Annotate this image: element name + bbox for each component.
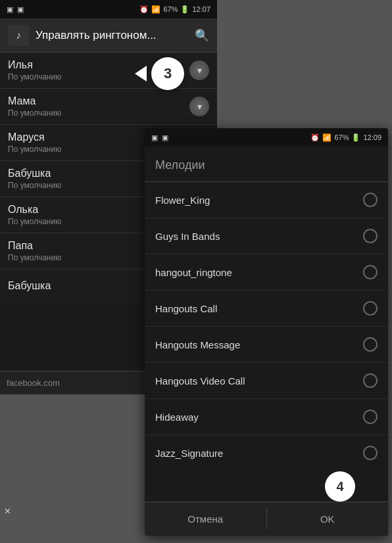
callout-4: 4 xyxy=(325,471,355,502)
notification-icon-front: ▣ xyxy=(151,133,158,142)
melody-list: Flower_King Guys In Bands hangout_ringto… xyxy=(145,182,388,471)
contact-sub: По умолчанию xyxy=(8,108,61,118)
contact-item-ilya[interactable]: Илья По умолчанию ▾ xyxy=(0,53,217,89)
front-status-left: ▣ ▣ xyxy=(151,133,168,142)
radio-button[interactable] xyxy=(363,301,378,316)
melody-item-hangouts-message[interactable]: Hangouts Message xyxy=(145,327,388,363)
front-clock: 12:09 xyxy=(363,133,381,141)
melody-item-hangouts-video-call[interactable]: Hangouts Video Call xyxy=(145,363,388,399)
contact-item-mama[interactable]: Мама По умолчанию ▾ xyxy=(0,89,217,125)
melody-item-label: Hangouts Video Call xyxy=(155,375,245,387)
melody-item-label: Jazz_Signature xyxy=(155,448,223,459)
dropdown-icon[interactable]: ▾ xyxy=(189,60,209,80)
contact-sub: По умолчанию xyxy=(8,253,61,262)
clock: 12:07 xyxy=(192,5,210,13)
battery-icon: 🔋 xyxy=(180,5,189,14)
radio-button[interactable] xyxy=(363,193,378,207)
sim-icon-front: ▣ xyxy=(162,133,168,142)
back-header-title: Управлять рингтоном... xyxy=(36,29,195,42)
dropdown-icon[interactable]: ▾ xyxy=(189,97,209,116)
front-screen: ▣ ▣ ⏰ 📶 67% 🔋 12:09 Мелодии Flower_King … xyxy=(145,128,388,536)
callout-3-arrow xyxy=(135,66,147,82)
status-right-info: ⏰ 📶 67% 🔋 12:07 xyxy=(139,5,210,14)
front-alarm-icon: ⏰ xyxy=(310,133,320,142)
music-icon: ♪ xyxy=(8,25,29,46)
front-footer: Отмена OK xyxy=(145,502,388,536)
radio-button[interactable] xyxy=(363,410,378,424)
melody-item-hangouts-call[interactable]: Hangouts Call xyxy=(145,291,388,327)
contact-name: Бабушка xyxy=(8,168,61,179)
front-status-right: ⏰ 📶 67% 🔋 12:09 xyxy=(310,133,381,142)
contact-sub: По умолчанию xyxy=(8,217,61,226)
callout-4-wrapper: 4 xyxy=(325,471,355,502)
radio-button[interactable] xyxy=(363,373,378,388)
notification-icon: ▣ xyxy=(7,5,13,14)
radio-button[interactable] xyxy=(363,229,378,243)
melody-header: Мелодии xyxy=(145,147,388,182)
melody-item-label: Hangouts Call xyxy=(155,303,217,314)
front-status-bar: ▣ ▣ ⏰ 📶 67% 🔋 12:09 xyxy=(145,128,388,147)
contact-name: Олька xyxy=(8,204,61,216)
close-button[interactable]: ✕ xyxy=(0,504,14,518)
melody-item-flower-king[interactable]: Flower_King xyxy=(145,182,388,218)
front-signal: 67% xyxy=(334,133,349,141)
contact-name: Илья xyxy=(8,59,61,71)
melody-item-label: Flower_King xyxy=(155,195,210,206)
radio-button[interactable] xyxy=(363,446,378,460)
callout-3: 3 xyxy=(151,57,184,90)
melody-item-label: Guys In Bands xyxy=(155,231,220,242)
front-wifi-icon: 📶 xyxy=(322,133,331,142)
melody-item-hangout-ringtone[interactable]: hangout_ringtone xyxy=(145,254,388,291)
wifi-icon: 📶 xyxy=(151,5,160,14)
status-left-icons: ▣ ▣ xyxy=(7,5,24,14)
search-button[interactable]: 🔍 xyxy=(195,28,209,43)
melody-item-hideaway[interactable]: Hideaway xyxy=(145,399,388,435)
back-app-header: ♪ Управлять рингтоном... 🔍 xyxy=(0,18,217,53)
contact-sub: По умолчанию xyxy=(8,72,61,82)
alarm-icon: ⏰ xyxy=(139,5,149,14)
melody-item-jazz-signature[interactable]: Jazz_Signature xyxy=(145,435,388,471)
facebook-url: facebook.com xyxy=(7,378,60,388)
melody-item-label: Hangouts Message xyxy=(155,339,240,350)
back-status-bar: ▣ ▣ ⏰ 📶 67% 🔋 12:07 xyxy=(0,0,217,18)
contact-name: Бабушка xyxy=(8,280,51,292)
contact-name: Маруся xyxy=(8,131,61,143)
contact-name: Папа xyxy=(8,240,61,252)
signal-text: 67% xyxy=(163,5,178,13)
radio-button[interactable] xyxy=(363,265,378,279)
front-battery-icon: 🔋 xyxy=(351,133,360,142)
ok-button[interactable]: OK xyxy=(267,502,389,536)
radio-button[interactable] xyxy=(363,337,378,352)
melody-item-label: hangout_ringtone xyxy=(155,267,232,278)
sim-icon: ▣ xyxy=(17,5,24,14)
contact-sub: По умолчанию xyxy=(8,145,61,154)
melody-title: Мелодии xyxy=(155,158,205,172)
melody-item-guys-in-bands[interactable]: Guys In Bands xyxy=(145,218,388,254)
contact-name: Мама xyxy=(8,95,61,107)
melody-item-label: Hideaway xyxy=(155,412,199,423)
cancel-button[interactable]: Отмена xyxy=(145,502,266,536)
contact-sub: По умолчанию xyxy=(8,181,61,190)
